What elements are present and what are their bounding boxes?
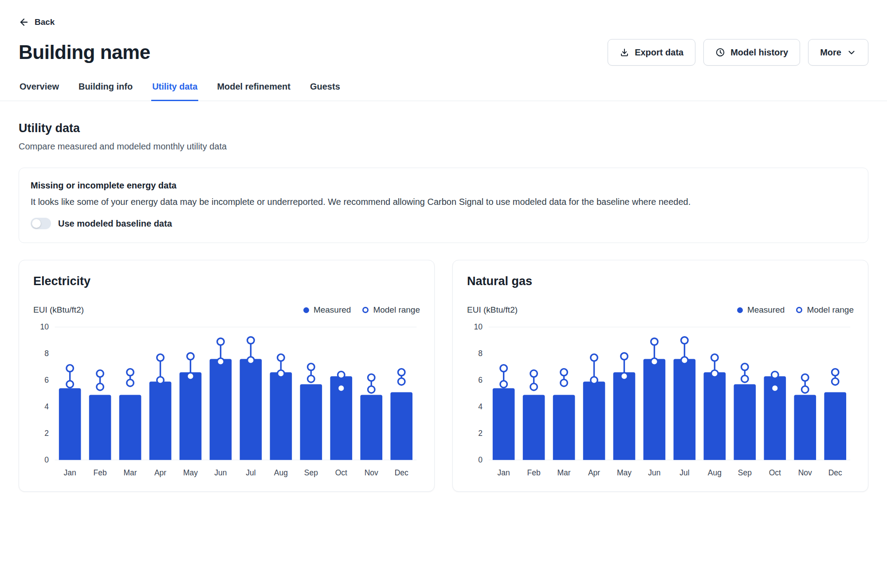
svg-text:Jun: Jun [648, 468, 660, 477]
svg-text:6: 6 [478, 376, 483, 384]
svg-text:Feb: Feb [527, 468, 541, 477]
svg-text:Feb: Feb [94, 468, 107, 477]
model-range-ring-icon [796, 307, 802, 313]
svg-text:2: 2 [44, 429, 49, 438]
legend-measured-label: Measured [747, 305, 785, 315]
measured-dot-icon [303, 307, 309, 313]
legend-measured: Measured [737, 305, 785, 315]
svg-text:Mar: Mar [124, 468, 137, 477]
charts-row: Electricity EUI (kBtu/ft2) Measured Mode… [19, 260, 868, 492]
legend-measured: Measured [303, 305, 351, 315]
chevron-down-icon [847, 47, 856, 57]
chart-legend: Measured Model range [737, 305, 854, 315]
tab-utility-data[interactable]: Utility data [151, 79, 198, 101]
svg-text:Dec: Dec [828, 468, 842, 477]
utility-data-page: Back Building name Export data Model his… [0, 0, 887, 492]
svg-text:Nov: Nov [365, 468, 378, 477]
svg-text:Oct: Oct [335, 468, 347, 477]
alert-title: Missing or incomplete energy data [31, 180, 856, 191]
tab-building-info[interactable]: Building info [78, 79, 133, 101]
export-data-button[interactable]: Export data [608, 39, 695, 66]
back-label: Back [35, 17, 55, 27]
svg-text:Jun: Jun [214, 468, 227, 477]
svg-text:0: 0 [478, 455, 483, 464]
svg-text:6: 6 [44, 376, 49, 384]
svg-text:Mar: Mar [557, 468, 571, 477]
svg-text:Sep: Sep [738, 468, 752, 477]
svg-text:Nov: Nov [798, 468, 812, 477]
legend-model-range-label: Model range [807, 305, 854, 315]
toggle-row: Use modeled baseline data [31, 218, 856, 229]
svg-text:4: 4 [478, 402, 483, 411]
model-history-button[interactable]: Model history [703, 39, 800, 66]
legend-model-range: Model range [796, 305, 854, 315]
svg-text:8: 8 [44, 349, 49, 358]
y-axis-label: EUI (kBtu/ft2) [467, 305, 518, 315]
chart-meta: EUI (kBtu/ft2) Measured Model range [467, 305, 854, 315]
svg-text:Sep: Sep [304, 468, 318, 477]
alert-body: It looks like some of your energy data m… [31, 197, 856, 207]
arrow-left-icon [19, 17, 29, 27]
y-axis-label: EUI (kBtu/ft2) [33, 305, 84, 315]
electricity-bar-chart: 0246810JanFebMarAprMayJunJulAugSepOctNov… [33, 319, 420, 481]
toggle-label: Use modeled baseline data [58, 219, 172, 229]
svg-text:May: May [183, 468, 198, 477]
back-button[interactable]: Back [19, 17, 55, 27]
tab-guests[interactable]: Guests [309, 79, 341, 101]
svg-text:Oct: Oct [769, 468, 781, 477]
chart-legend: Measured Model range [303, 305, 420, 315]
svg-text:May: May [617, 468, 632, 477]
more-label: More [820, 47, 841, 58]
svg-text:8: 8 [478, 349, 483, 358]
export-data-label: Export data [635, 47, 683, 58]
legend-model-range-label: Model range [373, 305, 420, 315]
missing-data-alert: Missing or incomplete energy data It loo… [19, 168, 868, 243]
svg-text:Apr: Apr [588, 468, 600, 477]
tabbar: Overview Building info Utility data Mode… [0, 79, 887, 101]
section-title: Utility data [19, 122, 868, 135]
tab-overview[interactable]: Overview [19, 79, 60, 101]
model-history-label: Model history [730, 47, 788, 58]
electricity-card: Electricity EUI (kBtu/ft2) Measured Mode… [19, 260, 435, 492]
use-modeled-toggle[interactable] [31, 218, 51, 229]
chart-meta: EUI (kBtu/ft2) Measured Model range [33, 305, 420, 315]
svg-text:Jan: Jan [64, 468, 76, 477]
svg-text:10: 10 [474, 322, 483, 331]
svg-text:4: 4 [44, 402, 49, 411]
svg-text:Aug: Aug [274, 468, 288, 477]
section-subtitle: Compare measured and modeled monthly uti… [19, 141, 868, 152]
measured-dot-icon [737, 307, 743, 313]
electricity-chart-title: Electricity [33, 274, 420, 288]
natural-gas-card: Natural gas EUI (kBtu/ft2) Measured Mode… [452, 260, 868, 492]
svg-text:Jul: Jul [246, 468, 255, 477]
svg-text:Aug: Aug [708, 468, 722, 477]
more-button[interactable]: More [808, 39, 868, 66]
svg-text:Dec: Dec [395, 468, 408, 477]
natural-gas-chart-title: Natural gas [467, 274, 854, 288]
toggle-knob [32, 219, 41, 228]
natural-gas-bar-chart: 0246810JanFebMarAprMayJunJulAugSepOctNov… [467, 319, 854, 481]
model-range-ring-icon [362, 307, 369, 313]
page-title: Building name [19, 41, 150, 63]
svg-text:2: 2 [478, 429, 483, 438]
header-actions: Export data Model history More [608, 39, 868, 66]
clock-icon [715, 47, 725, 57]
tab-model-refinement[interactable]: Model refinement [216, 79, 291, 101]
page-header: Building name Export data Model history … [19, 39, 868, 66]
svg-text:0: 0 [44, 455, 49, 464]
svg-text:Jan: Jan [498, 468, 510, 477]
svg-text:Jul: Jul [679, 468, 689, 477]
legend-model-range: Model range [362, 305, 420, 315]
legend-measured-label: Measured [314, 305, 351, 315]
svg-text:Apr: Apr [154, 468, 166, 477]
download-icon [620, 47, 629, 57]
svg-text:10: 10 [40, 322, 49, 331]
